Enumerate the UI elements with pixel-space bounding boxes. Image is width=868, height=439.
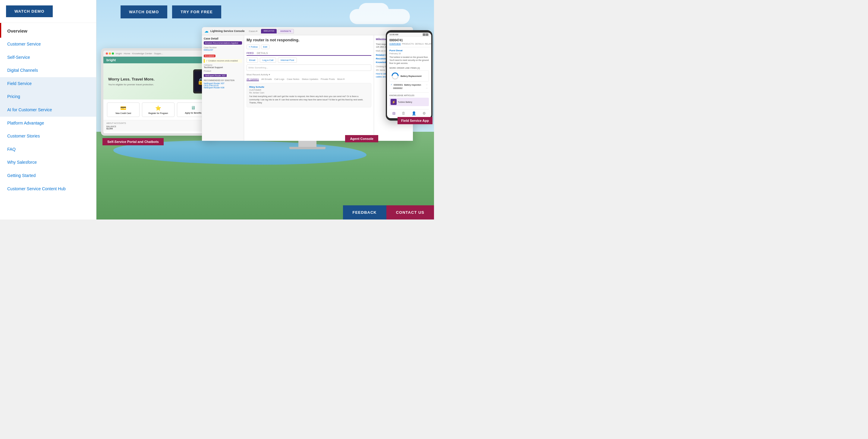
- all-updates-filter[interactable]: All Updates: [247, 78, 259, 81]
- sidebar-item-field-service[interactable]: Field Service: [0, 77, 96, 90]
- sidebar-item-platform-advantage[interactable]: Platform Advantage: [0, 117, 96, 130]
- sidebar-watch-demo-button[interactable]: WATCH DEMO: [6, 5, 53, 17]
- message-text: I've tried everything and I still can't …: [249, 95, 369, 105]
- nav-icon-1[interactable]: ⊟: [393, 111, 396, 115]
- fs-tab-related[interactable]: RELATED: [425, 43, 431, 45]
- card-icon-3: 🖥: [191, 105, 195, 111]
- sidebar-item-customer-service[interactable]: Customer Service: [0, 38, 96, 51]
- bottom-buttons: FEEDBACK CONTACT US: [343, 205, 434, 220]
- fs-app-header: 00004741 OVERVIEW PRODUCTS DETAILS RELAT…: [387, 37, 431, 47]
- email-button[interactable]: Email: [247, 58, 258, 63]
- check-icon-1: ✓: [391, 84, 393, 86]
- nav-icon-4[interactable]: ⚙: [423, 111, 426, 115]
- message-replied: Re: Amber Cam: [249, 92, 369, 94]
- internal-post-button[interactable]: Internal Post: [278, 58, 297, 63]
- contact-us-button[interactable]: CONTACT US: [386, 205, 434, 220]
- phone-status-bar: 10:06 AM ▌▌▌▌: [387, 33, 431, 37]
- nav-icon-3[interactable]: 👤: [412, 111, 416, 115]
- nav-icon-2[interactable]: 🗓: [402, 111, 405, 115]
- edit-button[interactable]: Edit: [261, 45, 270, 49]
- fs-tab-details[interactable]: DETAILS: [415, 43, 424, 45]
- rec-item-1: NetExpert Router X07: [204, 82, 242, 84]
- fs-work-item-1: ✓ 00000001 Battery Inspection ···: [390, 83, 429, 87]
- sidebar-item-why-salesforce[interactable]: Why Salesforce: [0, 156, 96, 169]
- console-title-text: Lightning Service Console: [210, 30, 245, 33]
- monitor-base: [289, 147, 326, 149]
- details-tab[interactable]: DETAILS: [257, 51, 268, 55]
- fs-description: The turbine is located on the ground flo…: [390, 56, 429, 64]
- browser-url: bright · Home · Knowledge Center · Suppo…: [116, 52, 211, 55]
- activity-filters: All Updates All Emails Call Logs Case No…: [247, 78, 371, 81]
- browser-dots: [106, 53, 114, 55]
- cloud-1: [350, 9, 410, 24]
- case-number-label: Case Number: [204, 47, 242, 49]
- sidebar-item-faq[interactable]: FAQ: [0, 143, 96, 156]
- sidebar-item-digital-channels[interactable]: Digital Channels: [0, 64, 96, 77]
- sidebar-item-ai-for-cs[interactable]: AI for Customer Service: [0, 104, 96, 117]
- try-for-free-button[interactable]: TRY FOR FREE: [172, 5, 221, 19]
- account-balance: BALANCE$2,000: [106, 125, 116, 130]
- console-case-nav: Cases ▾: [249, 30, 258, 33]
- einstein-badge: Einstein Recommendations Applied: [204, 41, 242, 45]
- tab-00014723[interactable]: 00014723: [261, 29, 277, 33]
- all-emails-filter[interactable]: All Emails: [261, 78, 272, 81]
- sidebar-item-self-service[interactable]: Self-Service: [0, 51, 96, 64]
- expand-dot: [112, 53, 114, 55]
- fs-tab-overview[interactable]: OVERVIEW: [390, 43, 401, 45]
- sidebar-item-pricing[interactable]: Pricing: [0, 90, 96, 104]
- tablet-screen: bright · Home · Knowledge Center · Suppo…: [103, 51, 213, 133]
- log-call-button[interactable]: Log a Call: [260, 58, 276, 63]
- self-service-label: Self-Service Portal and Chatbots: [102, 138, 164, 145]
- case-notes-filter[interactable]: Case Notes: [287, 78, 299, 81]
- private-posts-filter[interactable]: Private Posts: [321, 78, 335, 81]
- follow-button[interactable]: + Follow: [247, 45, 260, 49]
- monitor-frame: ☁ Lightning Service Console Cases ▾ 0001…: [202, 27, 413, 149]
- ss-hero-text: Worry Less. Travel More. You're eligible…: [108, 77, 155, 86]
- fs-case-num: 00004741: [390, 38, 429, 42]
- cases-dropdown: Cases ▾: [249, 30, 258, 33]
- case-number-value: 0001247: [204, 49, 242, 51]
- sidebar: WATCH DEMO Overview Customer Service Sel…: [0, 0, 96, 220]
- category-field: Category Technical Support: [204, 64, 242, 69]
- card-label-3: Apply for Benefits: [185, 112, 202, 114]
- fs-date: February 16: [390, 53, 429, 55]
- rec-item-3: NetExpert Router K06: [204, 87, 242, 89]
- sidebar-item-cs-content-hub[interactable]: Customer Service Content Hub: [0, 182, 96, 196]
- console-middle-panel: My router is not responding. + Follow Ed…: [244, 35, 374, 141]
- ss-card-2: ⭐ Register for Program: [142, 103, 175, 117]
- status-field: Escalated: [204, 53, 242, 58]
- check-icon-2: ○: [391, 87, 392, 89]
- sidebar-item-overview[interactable]: Overview: [0, 23, 96, 38]
- top-buttons: WATCH DEMO TRY FOR FREE: [121, 5, 221, 19]
- watch-demo-button[interactable]: WATCH DEMO: [121, 5, 167, 19]
- sidebar-item-customer-stories[interactable]: Customer Stories: [0, 130, 96, 143]
- self-service-header: bright · Home · Knowledge Center · Suppo…: [103, 51, 213, 57]
- work-item-1-menu[interactable]: ···: [426, 84, 428, 86]
- phone-time: 10:06 AM: [390, 33, 398, 36]
- close-dot: [106, 53, 108, 55]
- more-filter[interactable]: More ▾: [337, 78, 344, 81]
- console-left-panel: Case Detail Einstein Recommendations App…: [202, 35, 244, 141]
- work-item-2-menu[interactable]: ···: [426, 87, 428, 89]
- ss-cards: 💳 New Credit Card ⭐ Register for Program…: [103, 99, 213, 120]
- call-logs-filter[interactable]: Call Logs: [274, 78, 284, 81]
- feedback-button[interactable]: FEEDBACK: [343, 205, 386, 220]
- monitor-stand: [299, 141, 316, 147]
- phone-signal: ▌▌▌▌: [423, 33, 429, 36]
- fs-tab-products[interactable]: PRODUCTS: [402, 43, 414, 45]
- status-updates-filter[interactable]: Status Updates: [302, 78, 318, 81]
- fs-knowledge-card: ⚡ Turbine Battery: [390, 98, 429, 106]
- fs-knowledge-section: KNOWLEDGE ARTICLES ⚡ Turbine Battery: [390, 92, 429, 106]
- tab-second[interactable]: 00056879: [278, 29, 294, 33]
- activity-label: Most Recent Activity ▾: [247, 73, 371, 76]
- turbine-icon: ⚡: [391, 99, 397, 105]
- category-value: Technical Support: [204, 66, 242, 69]
- sidebar-item-getting-started[interactable]: Getting Started: [0, 169, 96, 182]
- minimize-dot: [109, 53, 111, 55]
- rec-item-2: CE3-27M-01US: [204, 84, 242, 87]
- fs-tabs-bar: OVERVIEW PRODUCTS DETAILS RELATED: [390, 43, 429, 45]
- write-area[interactable]: Write Something...: [247, 64, 371, 71]
- feed-tab[interactable]: FEED: [247, 51, 254, 56]
- console-body: Case Detail Einstein Recommendations App…: [202, 35, 413, 141]
- message-sender: Riley Schultz: [249, 86, 369, 88]
